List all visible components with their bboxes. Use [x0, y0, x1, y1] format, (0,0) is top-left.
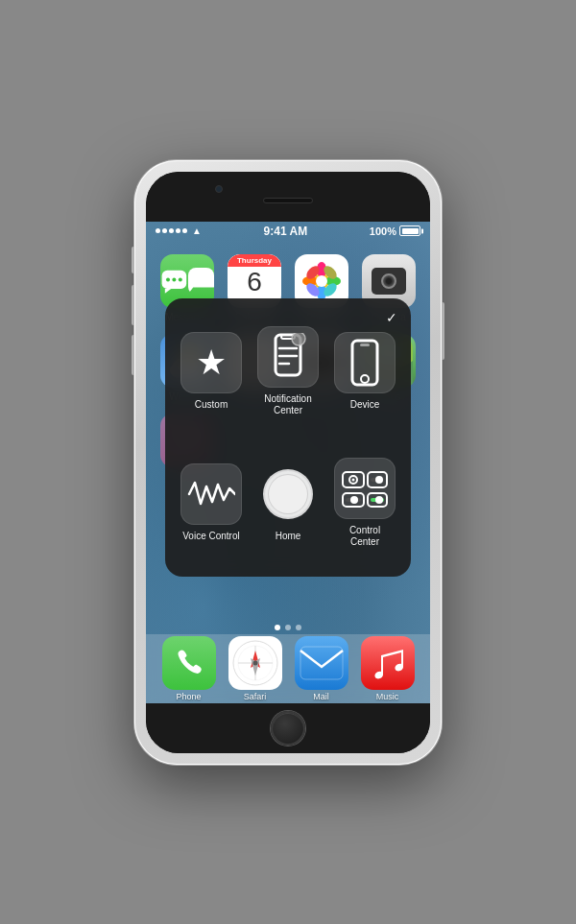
svg-point-4 — [179, 277, 182, 281]
svg-point-42 — [352, 479, 355, 482]
svg-point-36 — [292, 333, 305, 345]
top-bezel — [146, 172, 430, 222]
notification-center-icon-box — [257, 326, 319, 388]
mute-button[interactable] — [132, 247, 134, 273]
home-button[interactable] — [271, 711, 305, 746]
dock-safari-label: Safari — [244, 692, 267, 701]
phone-outer: ▲ 9:41 AM 100% — [134, 160, 442, 765]
signal-dot2 — [162, 228, 167, 233]
signal-area: ▲ — [156, 225, 202, 236]
at-checkmark: ✓ — [386, 310, 397, 325]
at-custom[interactable]: ★ Custom — [177, 310, 246, 434]
svg-point-3 — [172, 277, 176, 281]
signal-dot3 — [169, 228, 174, 233]
wifi-icon: ▲ — [192, 225, 202, 236]
page-dots — [146, 625, 430, 630]
dock-safari[interactable]: Safari — [228, 636, 282, 701]
at-device-label: Device — [350, 399, 380, 411]
page-dot-2 — [285, 625, 291, 630]
dock-phone-label: Phone — [176, 692, 201, 701]
at-notification-center[interactable]: NotificationCenter — [253, 310, 323, 434]
home-icon-box — [257, 463, 319, 525]
svg-point-2 — [166, 277, 170, 281]
volume-up-button[interactable] — [132, 285, 134, 325]
at-notification-label: NotificationCenter — [264, 393, 311, 416]
at-voice-label: Voice Control — [182, 531, 239, 542]
page-dot-1 — [275, 625, 280, 630]
at-device[interactable]: Device — [330, 310, 399, 434]
signal-dot5 — [182, 228, 187, 233]
dock-music-label: Music — [376, 692, 399, 701]
at-home-label: Home — [276, 531, 301, 542]
dock-mail-label: Mail — [313, 692, 329, 701]
speaker — [263, 198, 313, 203]
svg-point-58 — [252, 660, 257, 665]
device-icon-box — [334, 332, 396, 393]
power-button[interactable] — [442, 302, 444, 360]
volume-down-button[interactable] — [132, 335, 134, 375]
status-bar: ▲ 9:41 AM 100% — [146, 222, 430, 241]
bottom-bezel — [146, 703, 430, 753]
signal-dot4 — [176, 228, 180, 233]
svg-point-45 — [375, 476, 383, 484]
svg-point-48 — [350, 496, 358, 504]
control-center-icon-box — [334, 458, 396, 519]
assistive-touch-overlay: ✓ ★ Custom — [165, 298, 411, 577]
at-control-label: ControlCenter — [349, 525, 380, 548]
battery-area: 100% — [370, 225, 420, 237]
screen-bezel: ▲ 9:41 AM 100% — [146, 172, 430, 753]
svg-point-51 — [375, 496, 383, 504]
phone-screen: ▲ 9:41 AM 100% — [146, 222, 430, 703]
dock-phone[interactable]: Phone — [162, 636, 216, 701]
star-icon: ★ — [196, 343, 227, 383]
page-dot-3 — [296, 625, 301, 630]
battery-percent: 100% — [370, 225, 396, 237]
svg-marker-1 — [165, 288, 171, 293]
home-circle — [263, 469, 313, 519]
status-time: 9:41 AM — [264, 225, 308, 238]
dock-mail[interactable]: Mail — [295, 636, 348, 701]
battery-icon — [399, 225, 420, 236]
svg-rect-60 — [300, 647, 343, 679]
dock-music[interactable]: Music — [361, 636, 415, 701]
dock: Phone Saf — [146, 634, 430, 703]
svg-rect-59 — [300, 647, 343, 679]
svg-rect-37 — [352, 341, 377, 385]
svg-point-14 — [316, 275, 327, 287]
at-home[interactable]: Home — [253, 441, 323, 565]
voice-control-icon-box — [180, 463, 242, 525]
at-voice-control[interactable]: Voice Control — [177, 441, 246, 565]
svg-rect-38 — [360, 344, 370, 346]
svg-point-39 — [361, 375, 369, 383]
camera-dot — [215, 185, 223, 193]
home-circle-inner — [268, 474, 308, 514]
custom-icon-box: ★ — [180, 332, 242, 393]
at-custom-label: Custom — [195, 399, 228, 411]
at-control-center[interactable]: ControlCenter — [330, 441, 399, 565]
signal-dot1 — [156, 228, 160, 233]
